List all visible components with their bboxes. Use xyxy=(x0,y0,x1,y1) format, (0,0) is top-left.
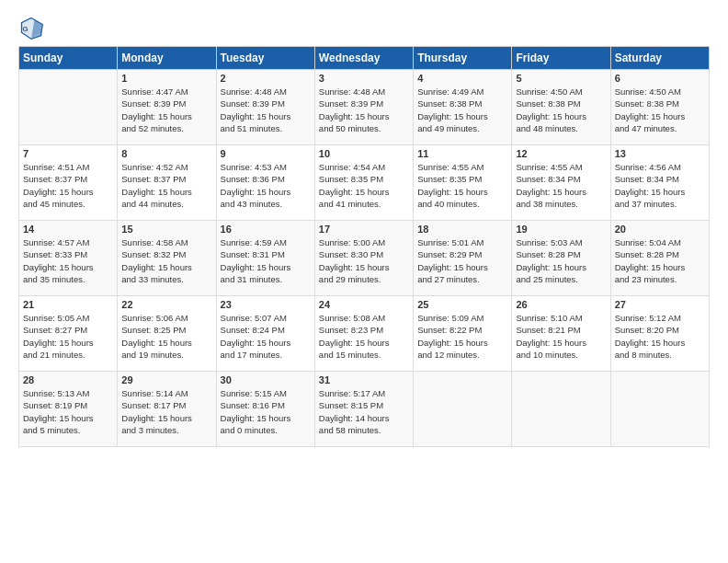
header: G xyxy=(18,15,710,40)
day-cell: 27Sunrise: 5:12 AM Sunset: 8:20 PM Dayli… xyxy=(610,296,709,372)
day-number: 18 xyxy=(417,224,507,235)
day-info: Sunrise: 4:57 AM Sunset: 8:33 PM Dayligh… xyxy=(23,236,113,285)
column-header-wednesday: Wednesday xyxy=(314,47,413,70)
day-cell: 18Sunrise: 5:01 AM Sunset: 8:29 PM Dayli… xyxy=(414,221,512,296)
day-cell: 16Sunrise: 4:59 AM Sunset: 8:31 PM Dayli… xyxy=(216,221,314,296)
day-info: Sunrise: 4:48 AM Sunset: 8:39 PM Dayligh… xyxy=(319,86,409,134)
column-headers: SundayMondayTuesdayWednesdayThursdayFrid… xyxy=(19,47,710,70)
day-number: 23 xyxy=(221,299,311,310)
day-cell: 10Sunrise: 4:54 AM Sunset: 8:35 PM Dayli… xyxy=(314,145,413,221)
day-cell: 24Sunrise: 5:08 AM Sunset: 8:23 PM Dayli… xyxy=(314,296,413,372)
week-row-2: 7Sunrise: 4:51 AM Sunset: 8:37 PM Daylig… xyxy=(19,145,710,221)
day-cell: 17Sunrise: 5:00 AM Sunset: 8:30 PM Dayli… xyxy=(314,221,413,296)
day-number: 13 xyxy=(615,148,705,159)
column-header-thursday: Thursday xyxy=(414,47,512,70)
day-cell: 26Sunrise: 5:10 AM Sunset: 8:21 PM Dayli… xyxy=(512,296,610,372)
day-number: 6 xyxy=(615,73,705,84)
day-info: Sunrise: 5:12 AM Sunset: 8:20 PM Dayligh… xyxy=(615,312,705,361)
day-cell: 13Sunrise: 4:56 AM Sunset: 8:34 PM Dayli… xyxy=(610,145,709,221)
day-cell: 4Sunrise: 4:49 AM Sunset: 8:38 PM Daylig… xyxy=(414,70,512,145)
day-number: 21 xyxy=(23,299,113,310)
day-info: Sunrise: 5:07 AM Sunset: 8:24 PM Dayligh… xyxy=(221,312,311,361)
day-info: Sunrise: 5:13 AM Sunset: 8:19 PM Dayligh… xyxy=(23,387,113,436)
day-cell: 23Sunrise: 5:07 AM Sunset: 8:24 PM Dayli… xyxy=(216,296,314,372)
week-row-4: 21Sunrise: 5:05 AM Sunset: 8:27 PM Dayli… xyxy=(19,296,710,372)
day-cell xyxy=(512,372,610,447)
day-info: Sunrise: 5:09 AM Sunset: 8:22 PM Dayligh… xyxy=(417,312,507,361)
day-info: Sunrise: 4:49 AM Sunset: 8:38 PM Dayligh… xyxy=(417,86,507,134)
day-number: 2 xyxy=(221,73,311,84)
week-row-1: 1Sunrise: 4:47 AM Sunset: 8:39 PM Daylig… xyxy=(19,70,710,145)
day-cell: 19Sunrise: 5:03 AM Sunset: 8:28 PM Dayli… xyxy=(512,221,610,296)
day-info: Sunrise: 4:54 AM Sunset: 8:35 PM Dayligh… xyxy=(319,161,409,210)
day-info: Sunrise: 5:01 AM Sunset: 8:29 PM Dayligh… xyxy=(417,236,507,285)
day-cell: 12Sunrise: 4:55 AM Sunset: 8:34 PM Dayli… xyxy=(512,145,610,221)
day-cell: 28Sunrise: 5:13 AM Sunset: 8:19 PM Dayli… xyxy=(19,372,118,447)
day-info: Sunrise: 5:15 AM Sunset: 8:16 PM Dayligh… xyxy=(221,387,311,436)
day-info: Sunrise: 5:03 AM Sunset: 8:28 PM Dayligh… xyxy=(516,236,606,285)
day-info: Sunrise: 5:14 AM Sunset: 8:17 PM Dayligh… xyxy=(121,387,211,436)
day-info: Sunrise: 5:04 AM Sunset: 8:28 PM Dayligh… xyxy=(615,236,705,285)
svg-text:G: G xyxy=(22,25,28,33)
logo: G xyxy=(18,15,48,40)
day-info: Sunrise: 5:10 AM Sunset: 8:21 PM Dayligh… xyxy=(516,312,606,361)
day-number: 11 xyxy=(417,148,507,159)
day-cell: 5Sunrise: 4:50 AM Sunset: 8:38 PM Daylig… xyxy=(512,70,610,145)
day-number: 19 xyxy=(516,224,606,235)
day-cell xyxy=(610,372,709,447)
day-number: 24 xyxy=(319,299,409,310)
day-cell: 6Sunrise: 4:50 AM Sunset: 8:38 PM Daylig… xyxy=(610,70,709,145)
day-cell: 25Sunrise: 5:09 AM Sunset: 8:22 PM Dayli… xyxy=(414,296,512,372)
day-number: 12 xyxy=(516,148,606,159)
column-header-saturday: Saturday xyxy=(610,47,709,70)
day-info: Sunrise: 5:00 AM Sunset: 8:30 PM Dayligh… xyxy=(319,236,409,285)
day-info: Sunrise: 5:05 AM Sunset: 8:27 PM Dayligh… xyxy=(23,312,113,361)
day-number: 27 xyxy=(615,299,705,310)
column-header-monday: Monday xyxy=(118,47,216,70)
day-cell: 9Sunrise: 4:53 AM Sunset: 8:36 PM Daylig… xyxy=(216,145,314,221)
day-number: 10 xyxy=(319,148,409,159)
day-info: Sunrise: 4:48 AM Sunset: 8:39 PM Dayligh… xyxy=(221,86,311,134)
day-number: 7 xyxy=(23,148,113,159)
day-number: 15 xyxy=(121,224,211,235)
day-cell: 29Sunrise: 5:14 AM Sunset: 8:17 PM Dayli… xyxy=(118,372,216,447)
column-header-sunday: Sunday xyxy=(19,47,118,70)
day-info: Sunrise: 4:53 AM Sunset: 8:36 PM Dayligh… xyxy=(221,161,311,210)
day-number: 25 xyxy=(417,299,507,310)
day-cell: 31Sunrise: 5:17 AM Sunset: 8:15 PM Dayli… xyxy=(314,372,413,447)
day-cell: 11Sunrise: 4:55 AM Sunset: 8:35 PM Dayli… xyxy=(414,145,512,221)
day-cell xyxy=(19,70,118,145)
day-cell: 14Sunrise: 4:57 AM Sunset: 8:33 PM Dayli… xyxy=(19,221,118,296)
day-number: 14 xyxy=(23,224,113,235)
day-info: Sunrise: 4:59 AM Sunset: 8:31 PM Dayligh… xyxy=(221,236,311,285)
day-cell xyxy=(414,372,512,447)
day-cell: 30Sunrise: 5:15 AM Sunset: 8:16 PM Dayli… xyxy=(216,372,314,447)
day-number: 22 xyxy=(121,299,211,310)
day-cell: 7Sunrise: 4:51 AM Sunset: 8:37 PM Daylig… xyxy=(19,145,118,221)
day-cell: 3Sunrise: 4:48 AM Sunset: 8:39 PM Daylig… xyxy=(314,70,413,145)
day-cell: 8Sunrise: 4:52 AM Sunset: 8:37 PM Daylig… xyxy=(118,145,216,221)
column-header-tuesday: Tuesday xyxy=(216,47,314,70)
day-number: 9 xyxy=(221,148,311,159)
day-number: 17 xyxy=(319,224,409,235)
day-info: Sunrise: 4:50 AM Sunset: 8:38 PM Dayligh… xyxy=(516,86,606,134)
day-number: 1 xyxy=(121,73,211,84)
day-number: 26 xyxy=(516,299,606,310)
day-number: 16 xyxy=(221,224,311,235)
day-number: 20 xyxy=(615,224,705,235)
day-info: Sunrise: 4:56 AM Sunset: 8:34 PM Dayligh… xyxy=(615,161,705,210)
day-number: 31 xyxy=(319,374,409,385)
day-number: 28 xyxy=(23,374,113,385)
day-info: Sunrise: 4:51 AM Sunset: 8:37 PM Dayligh… xyxy=(23,161,113,210)
day-info: Sunrise: 4:52 AM Sunset: 8:37 PM Dayligh… xyxy=(121,161,211,210)
day-cell: 15Sunrise: 4:58 AM Sunset: 8:32 PM Dayli… xyxy=(118,221,216,296)
day-info: Sunrise: 4:55 AM Sunset: 8:34 PM Dayligh… xyxy=(516,161,606,210)
day-info: Sunrise: 5:08 AM Sunset: 8:23 PM Dayligh… xyxy=(319,312,409,361)
day-cell: 22Sunrise: 5:06 AM Sunset: 8:25 PM Dayli… xyxy=(118,296,216,372)
day-info: Sunrise: 4:58 AM Sunset: 8:32 PM Dayligh… xyxy=(121,236,211,285)
day-number: 4 xyxy=(417,73,507,84)
day-number: 5 xyxy=(516,73,606,84)
week-row-5: 28Sunrise: 5:13 AM Sunset: 8:19 PM Dayli… xyxy=(19,372,710,447)
day-info: Sunrise: 4:55 AM Sunset: 8:35 PM Dayligh… xyxy=(417,161,507,210)
column-header-friday: Friday xyxy=(512,47,610,70)
